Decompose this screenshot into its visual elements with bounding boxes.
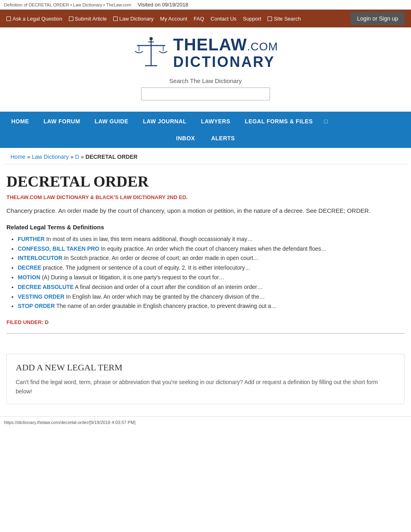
list-item: DECREE ABSOLUTE A final decision and ord…	[18, 283, 405, 292]
search-input[interactable]	[141, 87, 270, 100]
svg-point-5	[149, 37, 153, 40]
add-term-title: ADD A NEW LEGAL TERM	[16, 362, 395, 373]
nav-my-account[interactable]: My Account	[160, 16, 187, 22]
related-text-interlocutor: In Scotch practice. An order or decree o…	[62, 255, 259, 261]
add-term-box: ADD A NEW LEGAL TERM Can't find the lega…	[6, 354, 405, 404]
nav-faq[interactable]: FAQ	[194, 16, 204, 22]
nav-ask-legal-label: Ask a Legal Question	[12, 16, 62, 22]
term-title: DECRETAL ORDER	[6, 172, 405, 190]
nav-law-dictionary[interactable]: Law Dictionary	[113, 16, 154, 22]
list-item: FURTHER In most of its uses in law, this…	[18, 235, 405, 244]
main-nav: HOME LAW FORUM LAW GUIDE LAW JOURNAL LAW…	[0, 112, 411, 148]
nav-law-forum[interactable]: LAW FORUM	[36, 112, 87, 131]
nav-legal-forms[interactable]: LEGAL FORMS & FILES	[238, 112, 320, 131]
search-label: Search The Law Dictionary	[169, 77, 242, 84]
header-area: THELAW.COM DICTIONARY Search The Law Dic…	[0, 27, 411, 104]
related-text-vesting-order: In English law. An order which may be gr…	[64, 293, 265, 300]
nav-law-journal[interactable]: LAW JOURNAL	[136, 112, 194, 131]
breadcrumb-current: DECRETAL ORDER	[85, 154, 137, 160]
nav-law-dictionary-label: Law Dictionary	[119, 16, 154, 22]
meta-breadcrumb: Definition of DECRETAL ORDER • Law Dicti…	[4, 2, 131, 7]
list-item: VESTING ORDER In English law. An order w…	[18, 292, 405, 302]
related-text-motion: (A) During a lawsuit or litigation, it i…	[40, 274, 224, 281]
top-nav-bar: Ask a Legal Question Submit Article Law …	[0, 10, 411, 27]
nav-lawyers[interactable]: LAWYERS	[194, 112, 238, 131]
nav-alerts[interactable]: ALERTS	[203, 131, 243, 145]
related-title: Related Legal Terms & Definitions	[6, 224, 405, 231]
content-area: DECRETAL ORDER THELAW.COM LAW DICTIONARY…	[0, 164, 411, 350]
nav-submit-article[interactable]: Submit Article	[69, 16, 107, 22]
related-link-vesting-order[interactable]: VESTING ORDER	[18, 293, 64, 300]
breadcrumb-sep3: »	[81, 154, 85, 160]
checkbox-icon	[6, 17, 11, 21]
logo-text: THELAW.COM DICTIONARY	[173, 35, 278, 70]
related-link-confesso[interactable]: CONFESSO, BILL TAKEN PRO	[18, 245, 100, 252]
definition-text: Chancery practice. An order made by the …	[6, 206, 405, 216]
related-text-decree: practice. The judgment or sentence of a …	[41, 264, 250, 271]
main-nav-row: HOME LAW FORUM LAW GUIDE LAW JOURNAL LAW…	[4, 112, 407, 131]
login-button[interactable]: Login or Sign up	[351, 12, 405, 25]
nav-home[interactable]: HOME	[4, 112, 36, 131]
related-text-decree-absolute: A final decision and order of a court af…	[74, 284, 263, 290]
nav-site-search-label: Site Search	[274, 16, 301, 22]
add-term-text: Can't find the legal word, term, phrase …	[16, 378, 395, 396]
logo-scales-icon	[133, 37, 169, 69]
visited-date: Visited on 09/19/2018	[138, 2, 189, 8]
related-list: FURTHER In most of its uses in law, this…	[6, 235, 405, 311]
related-link-further[interactable]: FURTHER	[18, 236, 45, 242]
related-link-decree-absolute[interactable]: DECREE ABSOLUTE	[18, 284, 74, 290]
footer-url: https://dictionary.thelaw.com/decretal-o…	[0, 416, 411, 428]
checkbox-icon	[268, 17, 272, 21]
nav-contact-us[interactable]: Contact Us	[211, 16, 237, 22]
related-link-stop-order[interactable]: STOP ORDER	[18, 303, 55, 309]
nav-submit-article-label: Submit Article	[75, 16, 107, 22]
nav-faq-label: FAQ	[194, 16, 204, 22]
list-item: CONFESSO, BILL TAKEN PRO In equity pract…	[18, 244, 405, 254]
related-link-decree[interactable]: DECREE	[18, 264, 41, 271]
nav-inbox[interactable]: INBOX	[168, 131, 203, 145]
content-divider	[6, 333, 405, 334]
related-link-motion[interactable]: MOTION	[18, 274, 40, 281]
breadcrumb-sep1: »	[27, 154, 32, 160]
related-link-interlocutor[interactable]: INTERLOCUTOR	[18, 255, 62, 261]
meta-bar: Definition of DECRETAL ORDER • Law Dicti…	[0, 0, 411, 10]
breadcrumb-law-dictionary[interactable]: Law Dictionary	[32, 154, 69, 160]
list-item: STOP ORDER The name of an order grautabl…	[18, 301, 405, 311]
nav-my-account-label: My Account	[160, 16, 187, 22]
breadcrumb: Home » Law Dictionary » D » DECRETAL ORD…	[4, 148, 407, 164]
nav-site-search[interactable]: Site Search	[268, 16, 301, 22]
nav-contact-label: Contact Us	[211, 16, 237, 22]
breadcrumb-home[interactable]: Home	[10, 154, 25, 160]
list-item: INTERLOCUTOR In Scotch practice. An orde…	[18, 254, 405, 263]
nav-support[interactable]: Support	[243, 16, 262, 22]
related-text-further: In most of its uses in law, this term me…	[45, 236, 253, 242]
filed-under: FILED UNDER: D	[6, 319, 405, 325]
nav-support-label: Support	[243, 16, 262, 22]
nav-law-guide[interactable]: LAW GUIDE	[87, 112, 136, 131]
source-label: THELAW.COM LAW DICTIONARY & BLACK'S LAW …	[6, 194, 405, 200]
logo-dictionary: DICTIONARY	[173, 54, 278, 70]
list-item: MOTION (A) During a lawsuit or litigatio…	[18, 273, 405, 283]
logo-thelaw: THELAW.COM	[173, 35, 278, 54]
logo-container: THELAW.COM DICTIONARY	[133, 35, 278, 70]
list-item: DECREE practice. The judgment or sentenc…	[18, 263, 405, 273]
checkbox-icon	[69, 17, 73, 21]
checkbox-icon	[113, 17, 118, 21]
breadcrumb-sep2: »	[71, 154, 75, 160]
nav-ask-legal[interactable]: Ask a Legal Question	[6, 16, 62, 22]
sub-nav-row: INBOX ALERTS	[4, 131, 407, 148]
nav-more-icon[interactable]: □	[320, 112, 332, 131]
breadcrumb-letter[interactable]: D	[75, 154, 79, 160]
related-text-confesso: In equity practice. An order which the c…	[100, 245, 327, 252]
related-text-stop-order: The name of an order grautable in Englis…	[55, 303, 277, 309]
